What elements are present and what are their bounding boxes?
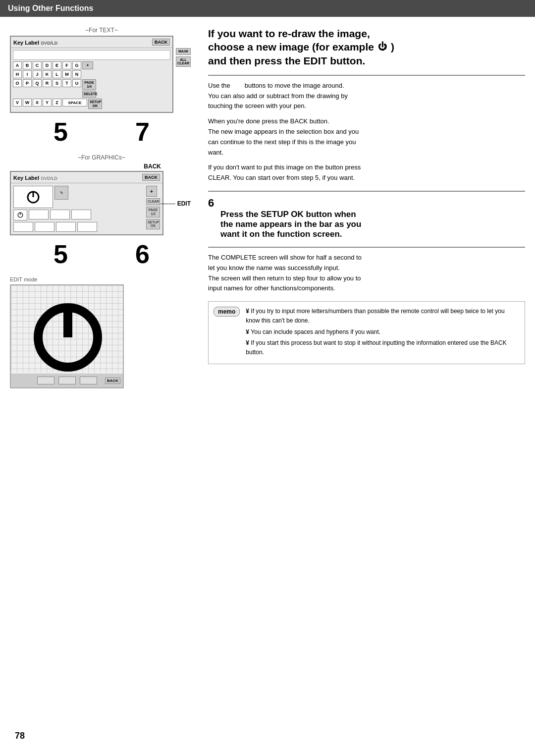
graphics-dvd-ld: DVD/LD [41,176,57,181]
step6-para1: The COMPLETE screen will show for half a… [208,253,525,294]
all-clear-button[interactable]: ALLCLEAR [176,56,191,67]
para3-line2: CLEAR. You can start over from step 5, i… [208,173,525,183]
blank-btn-6 [56,222,76,232]
blank-btn-7 [77,222,97,232]
side-buttons-right: MAX6 ALLCLEAR [176,48,191,67]
edit-bottom-bar: BACK [11,374,123,387]
text-panel-header: Key Label DVD/LD BACK [11,37,172,48]
max6-button[interactable]: MAX6 [176,48,191,55]
memo-bullet-1: If you try to input more letters/numbers… [246,307,520,325]
key-A[interactable]: A [13,61,22,69]
right-column: If you want to re-draw the image, choose… [208,27,525,388]
edit-label-container: EDIT [160,200,191,207]
key-C[interactable]: C [33,61,42,69]
number-5-label: 5 [54,117,68,147]
for-graphics-label: ~For GRAPHICs~ [10,154,193,161]
key-space[interactable]: SPACE [62,99,87,107]
delete-button[interactable]: DELETE [82,91,96,98]
text-key-panel: Key Label DVD/LD BACK A B C D E F G [10,36,173,113]
key-N[interactable]: N [72,70,81,78]
edit-label-text: EDIT [177,200,191,207]
para1-line2: You can also add or subtract from the dr… [208,91,525,102]
memo-bullet-2: You can include spaces and hyphens if yo… [246,327,520,337]
power-symbol-edit-svg [18,290,117,375]
key-Z[interactable]: Z [53,99,61,107]
para1-line3: touching the screen with your pen. [208,101,525,111]
edit-button-graphics[interactable]: ✎ [54,186,68,200]
clear-button-graphics[interactable]: CLEAR [146,198,160,205]
power-icon-svg [25,189,41,205]
key-V[interactable]: V [13,99,22,107]
body-para1: Use the buttons to move the image around… [208,81,525,111]
key-R[interactable]: R [43,79,52,87]
edit-bottom-btn-3 [80,377,97,384]
key-M[interactable]: M [62,70,71,78]
graphics-key-label-text: Key Label [13,175,39,181]
key-J[interactable]: J [33,70,42,78]
key-Y[interactable]: Y [43,99,52,107]
key-W[interactable]: W [23,99,32,107]
step6-heading: 6 Press the SETUP OK button when the nam… [208,197,525,239]
heading-line3: and then press the EDIT button. [208,54,394,67]
step6-line1: Press the SETUP OK button when [220,210,525,219]
key-F[interactable]: F [62,61,71,69]
left-column: ~For TEXT~ Key Label DVD/LD BACK A B C [10,27,193,388]
key-E[interactable]: E [53,61,61,69]
number-labels-56: 5 6 [10,239,193,269]
graphics-top-row: ✎ [13,186,97,208]
key-Q[interactable]: Q [33,79,42,87]
close-paren: ) [391,40,394,54]
key-O[interactable]: O [13,79,22,87]
key-T[interactable]: T [62,79,71,87]
step6-para1-line3: The screen will then return to step four… [208,273,525,284]
key-S[interactable]: S [53,79,61,87]
graphics-key-panel: Key Label DVD/LD BACK [10,171,163,235]
key-label-text: Key Label DVD/LD [13,38,57,46]
key-U[interactable]: U [72,79,81,87]
key-K[interactable]: K [43,70,52,78]
para2-line1: When you're done press the BACK button. [208,116,525,127]
key-label: Key Label [13,40,39,46]
blank-btn-3 [71,210,91,219]
key-D[interactable]: D [43,61,52,69]
back-button-text[interactable]: BACK [152,39,170,46]
graphics-back-button[interactable]: BACK [142,174,160,181]
para2-line3: can continue to the next step if this is… [208,137,525,148]
graphics-panel-container: BACK Key Label DVD/LD BACK [10,163,163,235]
section-divider-3 [208,247,525,248]
key-H[interactable]: H [13,70,22,78]
step6-heading-text: Press the SETUP OK button when the name … [208,210,525,239]
page-indicator-graphics: PAGE1/2 [146,207,160,217]
key-G[interactable]: G [72,61,81,69]
keyboard-row-3: O P Q R S T U PAGE1/4 DELETE [13,79,170,98]
body-para2: When you're done press the BACK button. … [208,116,525,158]
step6-number: 6 [208,197,214,209]
setup-ok-graphics[interactable]: SETUPOK [146,219,160,229]
page-indicator-text: PAGE1/4 [82,79,96,90]
graphics-panel-header: Key Label DVD/LD BACK [11,172,162,183]
graphics-third-row [13,222,97,232]
key-L[interactable]: L [53,70,61,78]
body-para3: If you don't want to put this image on t… [208,162,525,183]
key-I[interactable]: I [23,70,32,78]
blank-btn-5 [35,222,54,232]
para1-line1: Use the buttons to move the image around… [208,81,525,91]
plus-button-graphics[interactable]: + [146,186,157,197]
graphics-right-btns: ✎ [54,186,68,200]
graphics-left-area: ✎ [13,186,97,232]
edit-back-button[interactable]: BACK [105,378,120,384]
graphics-key-label: Key Label DVD/LD [13,173,57,181]
keyboard-row-2: H I J K L M N [13,70,170,78]
key-X[interactable]: X [33,99,42,107]
keyboard-row-4: V W X Y Z SPACE SETUPOK [13,99,170,109]
section-divider-2 [208,191,525,192]
key-B[interactable]: B [23,61,32,69]
key-P[interactable]: P [23,79,32,87]
edit-mode-image: BACK [10,284,124,388]
setup-ok-button[interactable]: SETUPOK [88,99,102,109]
key-plus-1[interactable]: + [82,61,93,69]
section-divider-1 [208,75,525,76]
main-heading: If you want to re-draw the image, choose… [208,27,525,67]
keyboard-row-1: A B C D E F G + [13,61,170,69]
heading-text: If you want to re-draw the image, choose… [208,27,394,67]
